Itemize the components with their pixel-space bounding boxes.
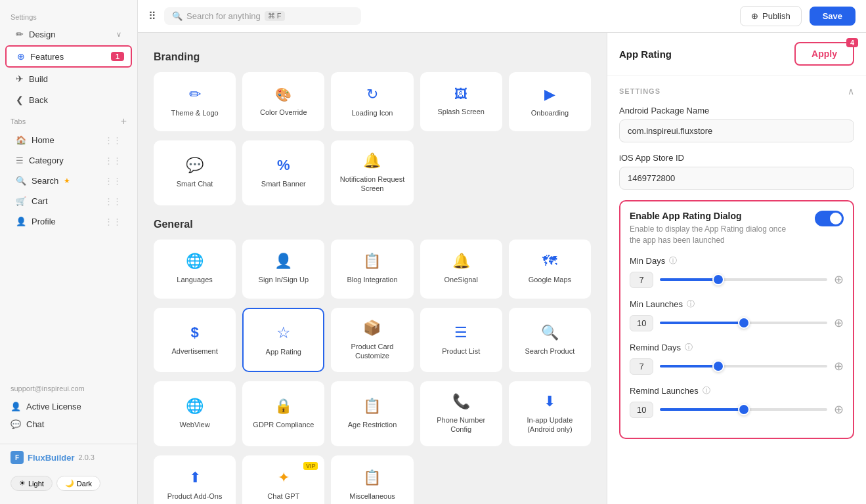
product-list-icon: ☰ xyxy=(454,324,467,341)
feature-card-app-rating[interactable]: ☆ App Rating xyxy=(242,308,324,373)
feature-card-google-maps[interactable]: 🗺 Google Maps xyxy=(509,240,591,299)
min-days-thumb[interactable] xyxy=(712,274,724,285)
remind-days-track[interactable] xyxy=(660,365,827,368)
google-maps-icon: 🗺 xyxy=(542,253,557,270)
sidebar-item-features[interactable]: ⊕ Features 1 xyxy=(5,45,132,68)
min-launches-thumb[interactable] xyxy=(738,317,750,329)
chat-item[interactable]: 💬 Chat xyxy=(11,415,127,433)
android-package-input[interactable] xyxy=(619,119,854,142)
feature-card-chat-gpt[interactable]: VIP ✦ Chat GPT xyxy=(242,455,324,504)
sidebar-tab-profile[interactable]: 👤 Profile ⋮⋮ xyxy=(5,212,132,231)
min-launches-row: Min Launches ⓘ 10 ⊕ xyxy=(630,299,844,331)
min-launches-plus[interactable]: ⊕ xyxy=(834,316,844,330)
feature-card-product-card[interactable]: 📦 Product Card Customize xyxy=(331,308,413,373)
general-grid-1: 🌐 Languages 👤 Sign In/Sign Up 📋 Blog Int… xyxy=(154,240,591,299)
general-grid-4: ⬆ Product Add-Ons VIP ✦ Chat GPT 📋 Misce… xyxy=(154,455,591,504)
remind-days-value: 7 xyxy=(630,358,653,375)
remind-days-label: Remind Days ⓘ xyxy=(630,342,844,353)
feature-card-miscellaneous[interactable]: 📋 Miscellaneous xyxy=(331,455,413,504)
app-rating-settings-box: Enable App Rating Dialog Enable to displ… xyxy=(619,200,854,439)
general-grid-2: $ Advertisement ☆ App Rating 📦 Product C… xyxy=(154,308,591,373)
feature-card-languages[interactable]: 🌐 Languages xyxy=(154,240,236,299)
feature-card-notification-request[interactable]: 🔔 Notification Request Screen xyxy=(331,140,413,205)
feature-card-splash-screen[interactable]: 🖼 Splash Screen xyxy=(420,72,502,131)
languages-icon: 🌐 xyxy=(186,253,204,270)
feature-card-loading-icon[interactable]: ↻ Loading Icon xyxy=(331,72,413,131)
feature-card-search-product[interactable]: 🔍 Search Product xyxy=(509,308,591,373)
feature-card-age-restriction[interactable]: 📋 Age Restriction xyxy=(331,381,413,446)
sidebar: Settings ✏ Design ∨ ⊕ Features 1 ✈ Build… xyxy=(0,0,138,504)
remind-launches-fill xyxy=(660,408,743,411)
remind-days-fill xyxy=(660,365,718,368)
sidebar-tab-cart[interactable]: 🛒 Cart ⋮⋮ xyxy=(5,192,132,211)
drag-handle[interactable]: ⋮⋮ xyxy=(104,217,121,226)
drag-handle[interactable]: ⋮⋮ xyxy=(104,176,121,186)
feature-card-onboarding[interactable]: ▶ Onboarding xyxy=(509,72,591,131)
remind-launches-plus[interactable]: ⊕ xyxy=(834,402,844,417)
enable-dialog-toggle[interactable] xyxy=(815,211,844,226)
tabs-add-button[interactable]: + xyxy=(121,116,127,127)
feature-card-product-list[interactable]: ☰ Product List xyxy=(420,308,502,373)
grid-icon[interactable]: ⠿ xyxy=(148,10,156,22)
feature-card-color-override[interactable]: 🎨 Color Override xyxy=(242,72,324,131)
tabs-header: Tabs + xyxy=(0,110,137,130)
active-license-item[interactable]: 👤 Active License xyxy=(11,398,127,415)
remind-days-plus[interactable]: ⊕ xyxy=(834,359,844,373)
feature-card-webview[interactable]: 🌐 WebView xyxy=(154,381,236,446)
right-panel-body: SETTINGS ∧ Android Package Name iOS App … xyxy=(607,75,866,504)
sidebar-item-design[interactable]: ✏ Design ∨ xyxy=(5,24,132,44)
drag-handle[interactable]: ⋮⋮ xyxy=(104,196,121,206)
remind-launches-thumb[interactable] xyxy=(738,404,750,415)
search-product-icon: 🔍 xyxy=(541,324,559,341)
min-days-track[interactable] xyxy=(660,278,827,281)
feature-card-signin[interactable]: 👤 Sign In/Sign Up xyxy=(242,240,324,299)
general-grid-3: 🌐 WebView 🔒 GDPR Compliance 📋 Age Restri… xyxy=(154,381,591,446)
license-icon: 👤 xyxy=(11,402,21,411)
sun-icon: ☀ xyxy=(19,479,26,488)
apply-button[interactable]: 4 Apply xyxy=(794,42,854,66)
feature-card-advertisement[interactable]: $ Advertisement xyxy=(154,308,236,373)
feature-card-phone-config[interactable]: 📞 Phone Number Config xyxy=(420,381,502,446)
settings-section-header: SETTINGS ∧ xyxy=(619,86,854,96)
search-shortcut: ⌘ F xyxy=(265,11,285,21)
min-days-plus[interactable]: ⊕ xyxy=(834,272,844,287)
miscellaneous-icon: 📋 xyxy=(363,469,381,486)
collapse-button[interactable]: ∧ xyxy=(848,86,854,96)
blog-icon: 📋 xyxy=(363,253,381,270)
feature-card-product-addons[interactable]: ⬆ Product Add-Ons xyxy=(154,455,236,504)
feature-card-theme-logo[interactable]: ✏ Theme & Logo xyxy=(154,72,236,131)
light-theme-button[interactable]: ☀ Light xyxy=(11,476,53,491)
ios-store-input[interactable] xyxy=(619,167,854,190)
publish-button[interactable]: ⊕ Publish xyxy=(740,6,802,26)
ios-store-field: iOS App Store ID xyxy=(619,153,854,190)
drag-handle[interactable]: ⋮⋮ xyxy=(104,156,121,165)
feature-card-inapp-update[interactable]: ⬇ In-app Update (Android only) xyxy=(509,381,591,446)
min-launches-info-icon: ⓘ xyxy=(687,299,695,310)
flux-version: 2.0.3 xyxy=(79,453,95,461)
right-panel-header: App Rating 4 Apply xyxy=(607,33,866,75)
feature-card-smart-banner[interactable]: % Smart Banner xyxy=(242,140,324,205)
sidebar-item-back[interactable]: ❮ Back xyxy=(5,90,132,110)
sidebar-tab-search[interactable]: 🔍 Search ★ ⋮⋮ xyxy=(5,171,132,190)
feature-card-blog[interactable]: 📋 Blog Integration xyxy=(331,240,413,299)
remind-launches-track[interactable] xyxy=(660,408,827,411)
product-addons-icon: ⬆ xyxy=(189,469,201,486)
min-launches-label: Min Launches ⓘ xyxy=(630,299,844,310)
feature-card-smart-chat[interactable]: 💬 Smart Chat xyxy=(154,140,236,205)
sidebar-tab-home[interactable]: 🏠 Home ⋮⋮ xyxy=(5,131,132,150)
min-days-info-icon: ⓘ xyxy=(669,255,677,266)
splash-screen-icon: 🖼 xyxy=(454,87,467,102)
save-button[interactable]: Save xyxy=(810,7,855,26)
search-bar[interactable]: 🔍 Search for anything ⌘ F xyxy=(164,7,361,25)
feature-card-gdpr[interactable]: 🔒 GDPR Compliance xyxy=(242,381,324,446)
dark-theme-button[interactable]: 🌙 Dark xyxy=(56,476,100,491)
sidebar-tab-category[interactable]: ☰ Category ⋮⋮ xyxy=(5,151,132,170)
remind-days-thumb[interactable] xyxy=(712,360,724,372)
feature-card-onesignal[interactable]: 🔔 OneSignal xyxy=(420,240,502,299)
cart-icon: 🛒 xyxy=(16,196,26,206)
drag-handle[interactable]: ⋮⋮ xyxy=(104,135,121,145)
search-nav-icon: 🔍 xyxy=(16,176,26,186)
sidebar-item-build[interactable]: ✈ Build xyxy=(5,69,132,89)
min-launches-track[interactable] xyxy=(660,322,827,324)
toggle-info: Enable App Rating Dialog Enable to displ… xyxy=(630,211,787,246)
